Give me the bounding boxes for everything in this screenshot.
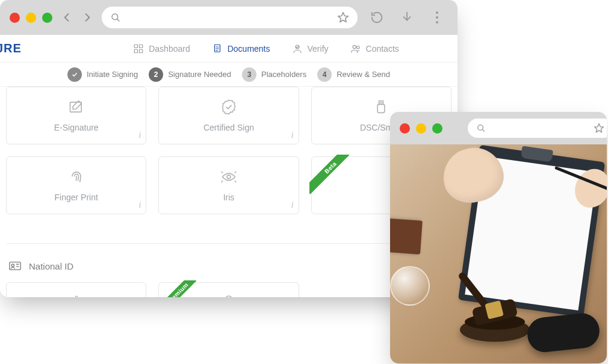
step-placeholders[interactable]: 3 Placeholders [242, 67, 306, 82]
step-initiate-label: Initiate Signing [87, 70, 138, 79]
info-icon: i [138, 200, 141, 210]
verify-icon [292, 43, 303, 54]
close-icon[interactable] [10, 13, 20, 23]
card-fingerprint-label: Finger Print [54, 193, 98, 202]
section-national-id-label: National ID [29, 261, 73, 271]
url-bar[interactable] [468, 119, 607, 138]
aadhaar-icon [66, 294, 87, 297]
close-icon[interactable] [400, 123, 410, 134]
secondary-browser-window [390, 112, 607, 363]
svg-rect-7 [140, 49, 143, 52]
step-initiate[interactable]: Initiate Signing [67, 67, 138, 82]
main-titlebar [0, 0, 458, 35]
nav-contacts-label: Contacts [366, 44, 399, 54]
svg-rect-16 [377, 104, 385, 113]
minimize-icon[interactable] [416, 123, 426, 134]
menu-button[interactable] [426, 7, 448, 28]
check-icon [67, 67, 82, 82]
nav-contacts[interactable]: Contacts [350, 43, 399, 54]
svg-rect-6 [134, 49, 137, 52]
forward-icon[interactable] [81, 11, 93, 23]
main-nav: Dashboard Documents Verify Contacts [75, 43, 458, 54]
card-iris-label: Iris [223, 193, 235, 202]
nav-verify-label: Verify [308, 44, 329, 54]
traffic-lights [400, 123, 442, 134]
minimize-icon[interactable] [26, 13, 36, 23]
fingerprint-icon [222, 293, 236, 297]
app-navbar: JRE Dashboard Documents Verify Contacts [0, 35, 458, 63]
card-esignature[interactable]: E-Signature i [6, 87, 146, 144]
esignature-icon [68, 99, 85, 116]
app-logo: JRE [0, 42, 75, 55]
content-area: E-Signature i Certified Sign i DSC/Smart… [0, 87, 458, 297]
svg-marker-28 [595, 124, 604, 132]
signature-methods-grid: E-Signature i Certified Sign i DSC/Smart… [6, 87, 451, 227]
reload-button[interactable] [366, 7, 388, 28]
step-4-badge: 4 [317, 67, 332, 82]
nav-dashboard-label: Dashboard [149, 44, 190, 54]
mouse-icon [526, 312, 601, 354]
usb-icon [373, 99, 389, 116]
premium-ribbon: Premium [157, 280, 196, 297]
svg-rect-4 [134, 45, 137, 48]
dashboard-icon [133, 43, 144, 54]
step-review-label: Review & Send [337, 70, 390, 79]
nav-dashboard[interactable]: Dashboard [133, 43, 190, 54]
card-premium[interactable]: Premium [158, 282, 299, 297]
search-icon [110, 12, 121, 23]
iris-icon [220, 168, 237, 185]
svg-point-20 [227, 175, 231, 179]
book-icon [390, 217, 423, 254]
documents-icon [212, 43, 223, 54]
svg-rect-5 [140, 45, 143, 48]
card-esignature-label: E-Signature [54, 123, 99, 132]
step-2-badge: 2 [149, 67, 163, 82]
card-certified-label: Certified Sign [203, 123, 254, 132]
svg-point-22 [11, 264, 14, 267]
url-input[interactable] [121, 12, 337, 23]
step-signature-label: Signature Needed [168, 70, 231, 79]
info-icon: i [291, 131, 294, 140]
nav-documents[interactable]: Documents [212, 43, 270, 54]
nav-documents-label: Documents [228, 44, 270, 54]
id-card-icon [8, 259, 22, 273]
download-icon [400, 11, 414, 24]
step-signature[interactable]: 2 Signature Needed [149, 67, 231, 82]
main-browser-window: JRE Dashboard Documents Verify Contacts [0, 0, 458, 297]
card-fingerprint[interactable]: Finger Print i [6, 156, 146, 214]
url-bar[interactable] [102, 7, 358, 28]
contacts-icon [350, 43, 361, 54]
url-input[interactable] [486, 123, 594, 134]
card-aadhaar[interactable] [6, 282, 146, 297]
step-placeholders-label: Placeholders [261, 70, 306, 79]
maximize-icon[interactable] [42, 13, 52, 23]
svg-line-27 [482, 129, 484, 131]
glass-icon [390, 266, 430, 306]
step-review[interactable]: 4 Review & Send [317, 67, 390, 82]
national-id-grid: Premium [6, 282, 451, 297]
certified-icon [220, 99, 237, 116]
legal-desk-image [390, 144, 607, 363]
fingerprint-icon [68, 168, 85, 185]
stepper: Initiate Signing 2 Signature Needed 3 Pl… [0, 63, 458, 87]
section-national-id: National ID [6, 243, 451, 282]
svg-point-14 [356, 46, 359, 49]
search-icon [476, 123, 486, 133]
info-icon: i [138, 131, 141, 140]
card-iris[interactable]: Iris i [158, 156, 299, 214]
download-button[interactable] [396, 7, 418, 28]
card-certified[interactable]: Certified Sign i [158, 87, 299, 144]
maximize-icon[interactable] [432, 123, 442, 134]
star-icon[interactable] [594, 123, 604, 134]
back-icon[interactable] [61, 11, 73, 23]
star-icon[interactable] [337, 11, 349, 23]
secondary-titlebar [390, 112, 607, 144]
beta-ribbon: Beta [309, 155, 349, 194]
info-icon: i [291, 200, 294, 210]
nav-verify[interactable]: Verify [292, 43, 329, 54]
reload-icon [370, 11, 383, 24]
svg-line-1 [117, 19, 119, 21]
traffic-lights [10, 13, 52, 23]
step-3-badge: 3 [242, 67, 256, 82]
svg-marker-2 [338, 13, 349, 22]
